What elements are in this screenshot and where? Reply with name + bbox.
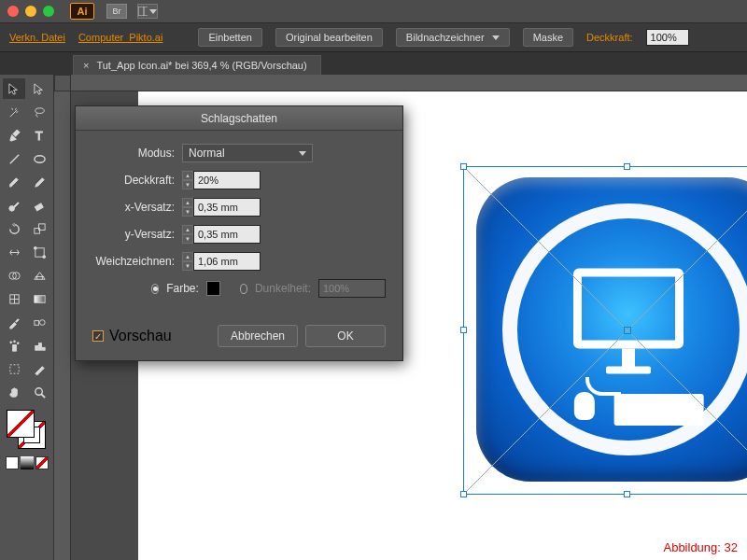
eyedropper-tool[interactable] [3,312,25,332]
linked-file-name[interactable]: Computer_Pikto.ai [78,32,163,43]
svg-point-21 [13,340,15,342]
color-mode-icon[interactable] [6,456,19,469]
zoom-window-button[interactable] [43,6,54,17]
minimize-window-button[interactable] [25,6,36,17]
mode-label: Modus: [87,147,175,160]
svg-point-27 [35,387,42,395]
svg-point-20 [9,341,11,343]
close-window-button[interactable] [7,6,19,17]
arrange-documents-button[interactable] [137,4,158,19]
embed-button[interactable]: Einbetten [198,28,261,47]
color-radio[interactable] [151,284,159,294]
selection-bounding-box[interactable] [463,166,747,495]
fill-stroke-swatch[interactable] [3,408,50,453]
cancel-button[interactable]: Abbrechen [218,325,298,347]
none-mode-icon[interactable] [35,456,49,469]
x-offset-stepper[interactable]: ▲▼ [182,198,193,217]
eraser-tool[interactable] [28,195,50,216]
direct-selection-tool[interactable] [28,78,50,99]
svg-point-2 [35,107,43,113]
x-offset-input[interactable] [193,198,261,217]
opacity-input[interactable] [193,171,261,189]
color-label: Farbe: [166,282,199,295]
type-tool[interactable]: T [28,125,50,146]
document-tab-label: Tut_App Icon.ai* bei 369,4 % (RGB/Vorsch… [96,60,306,71]
selection-tool[interactable] [3,78,25,99]
svg-rect-25 [42,347,45,350]
illustrator-app-icon: Ai [70,3,94,20]
magic-wand-tool[interactable] [3,102,25,122]
slice-tool[interactable] [28,358,50,379]
free-transform-tool[interactable] [28,242,50,262]
y-offset-stepper[interactable]: ▲▼ [182,225,193,244]
options-bar: Verkn. Datei Computer_Pikto.ai Einbetten… [0,22,747,52]
shape-builder-tool[interactable] [3,265,25,286]
svg-point-12 [42,255,45,258]
document-tab-bar: × Tut_App Icon.ai* bei 369,4 % (RGB/Vors… [0,52,747,75]
mode-value: Normal [189,147,225,160]
horizontal-ruler[interactable] [71,75,747,91]
y-offset-label: y-Versatz: [87,228,175,241]
figure-caption: Abbildung: 32 [663,540,738,554]
blur-input[interactable] [193,252,261,271]
svg-rect-23 [35,345,37,350]
gradient-mode-icon[interactable] [21,456,34,469]
svg-text:T: T [35,129,42,143]
blob-brush-tool[interactable] [3,195,25,216]
perspective-grid-tool[interactable] [28,265,50,286]
width-tool[interactable] [3,242,25,262]
preview-checkbox[interactable]: ✓ [92,330,104,342]
hand-tool[interactable] [3,382,25,402]
close-tab-icon[interactable]: × [83,60,89,71]
bridge-button[interactable]: Br [106,4,127,19]
svg-line-4 [9,154,18,162]
rotate-tool[interactable] [3,218,25,239]
opacity-label-dlg: Deckkraft: [87,174,175,187]
mode-select[interactable]: Normal [182,144,313,162]
svg-rect-26 [9,364,18,372]
vertical-ruler[interactable] [54,91,71,560]
document-tab[interactable]: × Tut_App Icon.ai* bei 369,4 % (RGB/Vors… [73,55,321,75]
opacity-field[interactable] [646,29,689,46]
linked-file-label[interactable]: Verkn. Datei [9,32,65,43]
darkness-input [318,279,386,298]
svg-rect-7 [35,203,43,210]
y-offset-input[interactable] [193,225,261,244]
image-trace-label: Bildnachzeichner [406,32,485,43]
opacity-stepper[interactable]: ▲▼ [182,171,193,189]
svg-rect-19 [12,344,16,351]
tools-panel: T [0,75,54,560]
pencil-tool[interactable] [28,172,50,192]
paintbrush-tool[interactable] [3,172,25,192]
artboard-tool[interactable] [3,358,25,379]
svg-point-18 [39,319,45,325]
blend-tool[interactable] [28,312,50,332]
opacity-label: Deckkraft: [586,32,633,43]
svg-rect-16 [34,295,44,302]
lasso-tool[interactable] [28,102,50,122]
ok-button[interactable]: OK [305,325,386,347]
gradient-tool[interactable] [28,288,50,309]
ruler-origin[interactable] [54,75,71,91]
mask-button[interactable]: Maske [523,28,573,47]
edit-original-button[interactable]: Original bearbeiten [275,28,383,47]
line-tool[interactable] [3,148,25,169]
blur-stepper[interactable]: ▲▼ [182,252,193,271]
svg-point-22 [17,342,19,343]
color-chip[interactable] [206,281,220,296]
zoom-tool[interactable] [28,382,50,402]
svg-rect-10 [35,247,43,256]
scale-tool[interactable] [28,218,50,239]
mesh-tool[interactable] [3,288,25,309]
svg-rect-0 [138,7,148,16]
preview-label: Vorschau [109,328,172,344]
ellipse-tool[interactable] [28,148,50,169]
svg-rect-24 [38,343,41,350]
darkness-label: Dunkelheit: [255,282,311,295]
pen-tool[interactable] [3,125,25,146]
symbol-sprayer-tool[interactable] [3,335,25,356]
blur-label: Weichzeichnen: [87,255,175,268]
column-graph-tool[interactable] [28,335,50,356]
image-trace-button[interactable]: Bildnachzeichner [396,28,510,47]
darkness-radio[interactable] [240,284,247,294]
